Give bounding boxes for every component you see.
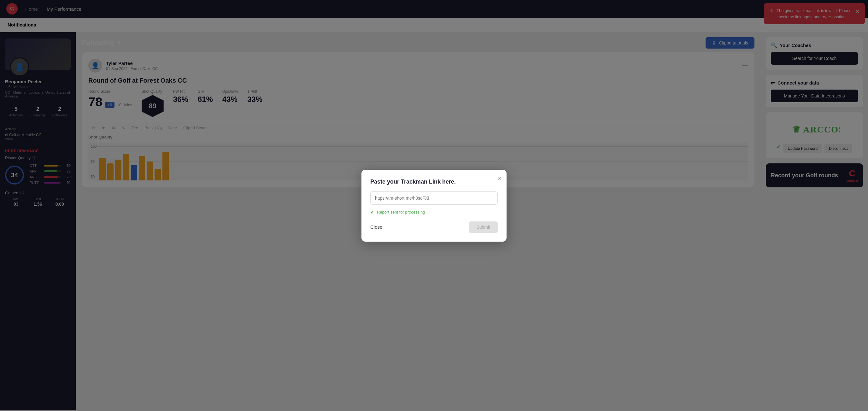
- modal-title: Paste your Trackman Link here.: [370, 179, 498, 185]
- modal-success-message: ✔ Report sent for processing: [370, 209, 498, 215]
- modal-submit-button[interactable]: Submit: [469, 221, 498, 233]
- trackman-link-input[interactable]: [370, 191, 498, 205]
- success-check-icon: ✔: [370, 209, 374, 215]
- modal-close-button[interactable]: Close: [370, 224, 382, 230]
- modal-close-x-button[interactable]: ×: [498, 175, 501, 182]
- modal-actions: Close Submit: [370, 221, 498, 233]
- trackman-modal: Paste your Trackman Link here. × ✔ Repor…: [362, 170, 506, 242]
- modal-overlay[interactable]: Paste your Trackman Link here. × ✔ Repor…: [0, 0, 868, 410]
